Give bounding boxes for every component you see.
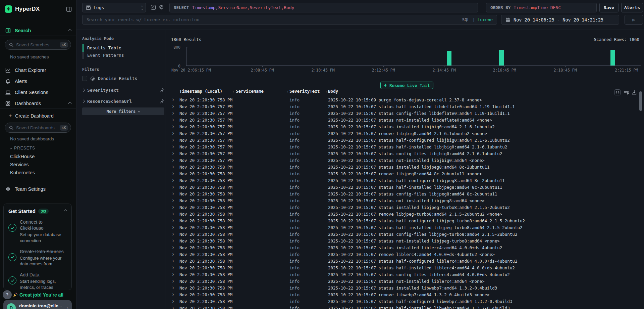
expand-chevron-icon[interactable]: ❯ — [172, 104, 174, 108]
sidebar-item-search[interactable]: Search — [0, 26, 76, 35]
expand-chevron-icon[interactable]: ❯ — [172, 246, 174, 249]
expand-chevron-icon[interactable]: ❯ — [172, 239, 174, 242]
table-row[interactable]: ❯Nov 20 2:20:30.758 PMinfo2025-10-22 10:… — [169, 231, 641, 238]
sidebar-preset-kubernetes[interactable]: Kubernetes — [10, 170, 35, 175]
sidebar-preset-services[interactable]: Services — [10, 162, 29, 167]
chart-bar[interactable] — [499, 50, 504, 65]
expand-chevron-icon[interactable]: ❯ — [172, 158, 174, 162]
filter-group-resourceschemaurl[interactable]: ResourceSchemaUrl — [82, 98, 164, 104]
table-row[interactable]: ❯Nov 20 2:20:30.758 PMinfo2025-10-22 10:… — [169, 298, 641, 305]
table-row[interactable]: ❯Nov 20 2:20:30.757 PMinfo2025-10-22 10:… — [169, 144, 641, 150]
expand-chevron-icon[interactable]: ❯ — [172, 205, 174, 209]
language-toggle-sql[interactable]: SQL — [462, 17, 470, 22]
table-row[interactable]: ❯Nov 20 2:20:30.757 PMinfo2025-10-22 10:… — [169, 137, 641, 144]
expand-chevron-icon[interactable]: ❯ — [172, 225, 174, 229]
table-row[interactable]: ❯Nov 20 2:20:30.758 PMinfo2025-10-22 10:… — [169, 164, 641, 171]
column-header-body[interactable]: Body — [328, 89, 338, 94]
table-row[interactable]: ❯Nov 20 2:20:30.758 PMinfo2025-10-22 10:… — [169, 204, 641, 211]
table-row[interactable]: ❯Nov 20 2:20:30.757 PMinfo2025-10-22 10:… — [169, 150, 641, 157]
sidebar-item-team-settings[interactable]: Team Settings — [0, 185, 76, 193]
table-row[interactable]: ❯Nov 20 2:20:30.757 PMinfo2025-10-22 10:… — [169, 130, 641, 137]
more-filters-button[interactable]: More filters — [82, 107, 164, 115]
get-started-item[interactable]: Add DataStart sending logs, metrics, or … — [8, 272, 67, 290]
table-row[interactable]: ❯Nov 20 2:20:30.758 PMinfo2025-10-22 10:… — [169, 245, 641, 251]
expand-chevron-icon[interactable]: ❯ — [172, 198, 174, 202]
source-selector[interactable]: Logs ⌃⌃ — [82, 3, 146, 12]
resume-live-tail-button[interactable]: Resume Live Tail — [380, 82, 433, 89]
table-row[interactable]: ❯Nov 20 2:20:30.758 PMinfo2025-10-22 10:… — [169, 251, 641, 258]
run-query-button[interactable]: ▷ — [625, 15, 643, 25]
table-row[interactable]: ❯Nov 20 2:20:30.758 PMinfo2025-10-22 10:… — [169, 197, 641, 204]
table-row[interactable]: ❯Nov 20 2:20:30.757 PMinfo2025-10-22 10:… — [169, 103, 641, 110]
events-histogram[interactable]: 800 0 Nov 20 2:06:15 PM2:08:45 PM2:10:45… — [186, 47, 641, 66]
column-header-servicename[interactable]: ServiceName — [236, 89, 264, 94]
table-row[interactable]: ❯Nov 20 2:20:30.758 PMinfo2025-10-22 10:… — [169, 285, 641, 292]
expand-chevron-icon[interactable]: ❯ — [172, 293, 174, 296]
expand-chevron-icon[interactable]: ❯ — [172, 306, 174, 309]
column-header-severitytext[interactable]: SeverityText — [289, 89, 320, 94]
scrollbar-thumb[interactable] — [639, 91, 642, 111]
denoise-checkbox[interactable] — [82, 76, 87, 81]
denoise-results-toggle[interactable]: Denoise Results — [82, 76, 137, 81]
table-row[interactable]: ❯Nov 20 2:20:30.758 PMinfo2025-10-22 10:… — [169, 97, 641, 103]
table-row[interactable]: ❯Nov 20 2:20:30.758 PMinfo2025-10-22 10:… — [169, 171, 641, 177]
get-started-item[interactable]: Create Data SourcesConfigure where your … — [8, 249, 67, 267]
table-row[interactable]: ❯Nov 20 2:20:30.757 PMinfo2025-10-22 10:… — [169, 117, 641, 124]
expand-chevron-icon[interactable]: ❯ — [172, 259, 174, 263]
pin-icon[interactable] — [160, 88, 164, 92]
expand-chevron-icon[interactable]: ❯ — [172, 279, 174, 283]
language-toggle-lucene[interactable]: Lucene — [478, 17, 493, 22]
saved-searches-input[interactable]: Saved Searches ⌘K — [5, 40, 71, 50]
chart-bar[interactable] — [610, 50, 615, 65]
chevron-up-icon[interactable] — [64, 210, 67, 213]
expand-chevron-icon[interactable]: ❯ — [172, 118, 174, 122]
expand-chevron-icon[interactable]: ❯ — [172, 178, 174, 182]
order-by-input[interactable]: ORDER BY TimestampTime DESC — [486, 3, 597, 12]
create-dashboard-button[interactable]: + Create Dashboard — [0, 112, 76, 120]
expand-chevron-icon[interactable]: ❯ — [172, 266, 174, 269]
expand-chevron-icon[interactable]: ❯ — [172, 219, 174, 222]
expand-chevron-icon[interactable]: ❯ — [172, 138, 174, 142]
get-started-item[interactable]: Connect to ClickHouseSet up your databas… — [8, 219, 67, 244]
column-separator[interactable]: ⋮ — [231, 89, 235, 94]
table-row[interactable]: ❯Nov 20 2:20:30.758 PMinfo2025-10-22 10:… — [169, 278, 641, 285]
chart-bar[interactable] — [447, 51, 451, 65]
date-range-picker[interactable]: Nov 20 14:06:25 - Nov 20 14:21:25 — [501, 15, 619, 25]
table-row[interactable]: ❯Nov 20 2:20:30.758 PMinfo2025-10-22 10:… — [169, 305, 641, 309]
table-row[interactable]: ❯Nov 20 2:20:30.757 PMinfo2025-10-22 10:… — [169, 157, 641, 164]
table-row[interactable]: ❯Nov 20 2:20:30.758 PMinfo2025-10-22 10:… — [169, 218, 641, 224]
sidebar-item-dashboards[interactable]: Dashboards — [0, 99, 76, 108]
alerts-button[interactable]: Alerts — [621, 3, 643, 12]
expand-chevron-icon[interactable]: ❯ — [172, 185, 174, 189]
expand-chevron-icon[interactable]: ❯ — [172, 272, 174, 276]
search-events-input[interactable]: Search your events w/ Lucene ex. column:… — [82, 15, 497, 25]
table-row[interactable]: ❯Nov 20 2:20:30.758 PMinfo2025-10-22 10:… — [169, 211, 641, 218]
expand-chevron-icon[interactable]: ❯ — [172, 299, 174, 303]
table-row[interactable]: ❯Nov 20 2:20:30.758 PMinfo2025-10-22 10:… — [169, 258, 641, 265]
expand-chevron-icon[interactable]: ❯ — [172, 98, 174, 101]
user-menu[interactable]: D dominic.tran@clic... dominic.tran@clic… — [3, 300, 72, 309]
table-row[interactable]: ❯Nov 20 2:20:30.758 PMinfo2025-10-22 10:… — [169, 271, 641, 278]
sidebar-item-client-sessions[interactable]: Client Sessions — [0, 88, 76, 97]
sidebar-item-alerts[interactable]: Alerts — [0, 77, 76, 86]
save-button[interactable]: Save — [599, 3, 619, 12]
gear-icon[interactable] — [159, 5, 164, 10]
expand-chevron-icon[interactable]: ❯ — [172, 165, 174, 169]
sidebar-item-chart-explorer[interactable]: Chart Explorer — [0, 66, 76, 75]
expand-chevron-icon[interactable]: ❯ — [172, 252, 174, 256]
saved-dashboards-input[interactable]: Saved Dashboards ⌘K — [5, 123, 71, 133]
expand-chevron-icon[interactable]: ❯ — [172, 232, 174, 236]
expand-chevron-icon[interactable]: ❯ — [172, 212, 174, 216]
expand-chevron-icon[interactable]: ❯ — [172, 111, 174, 115]
table-row[interactable]: ❯Nov 20 2:20:30.758 PMinfo2025-10-22 10:… — [169, 238, 641, 245]
table-row[interactable]: ❯Nov 20 2:20:30.758 PMinfo2025-10-22 10:… — [169, 292, 641, 298]
table-row[interactable]: ❯Nov 20 2:20:30.758 PMinfo2025-10-22 10:… — [169, 191, 641, 197]
collapse-sidebar-icon[interactable] — [66, 6, 72, 12]
table-row[interactable]: ❯Nov 20 2:20:30.758 PMinfo2025-10-22 10:… — [169, 177, 641, 184]
expand-chevron-icon[interactable]: ❯ — [172, 286, 174, 290]
table-row[interactable]: ❯Nov 20 2:20:30.757 PMinfo2025-10-22 10:… — [169, 110, 641, 117]
columns-icon[interactable] — [151, 5, 156, 10]
table-row[interactable]: ❯Nov 20 2:20:30.758 PMinfo2025-10-22 10:… — [169, 224, 641, 231]
help-button[interactable]: ? — [3, 290, 12, 299]
table-row[interactable]: ❯Nov 20 2:20:30.758 PMinfo2025-10-22 10:… — [169, 184, 641, 191]
